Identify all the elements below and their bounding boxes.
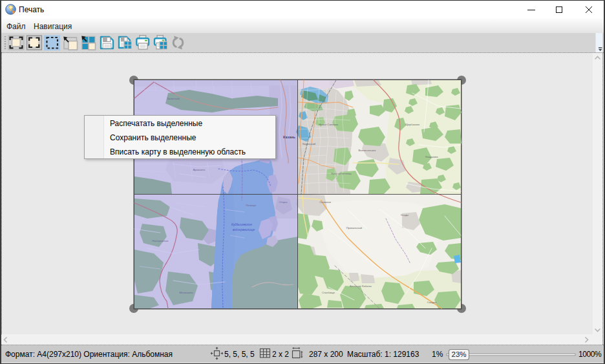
svg-text:Большие Кабаны: Большие Кабаны <box>350 284 372 288</box>
svg-text:Константиновка: Константиновка <box>331 172 352 175</box>
svg-text:Салмачи: Салмачи <box>319 200 331 204</box>
svg-text:Щербаково: Щербаково <box>405 123 420 126</box>
svg-text:Вознесенское: Вознесенское <box>358 149 376 152</box>
svg-text:Усады: Усады <box>401 213 409 217</box>
svg-text:Кировский: Кировский <box>302 142 316 145</box>
svg-text:Привольный: Привольный <box>346 226 363 230</box>
svg-text:23%: 23% <box>451 350 466 358</box>
svg-text:Новая Соловка: Новая Соловка <box>319 123 339 126</box>
svg-text:Столбище: Столбище <box>322 291 335 294</box>
svg-text:Сокуры: Сокуры <box>427 301 437 304</box>
svg-text:Кощаково: Кощаково <box>425 155 438 158</box>
